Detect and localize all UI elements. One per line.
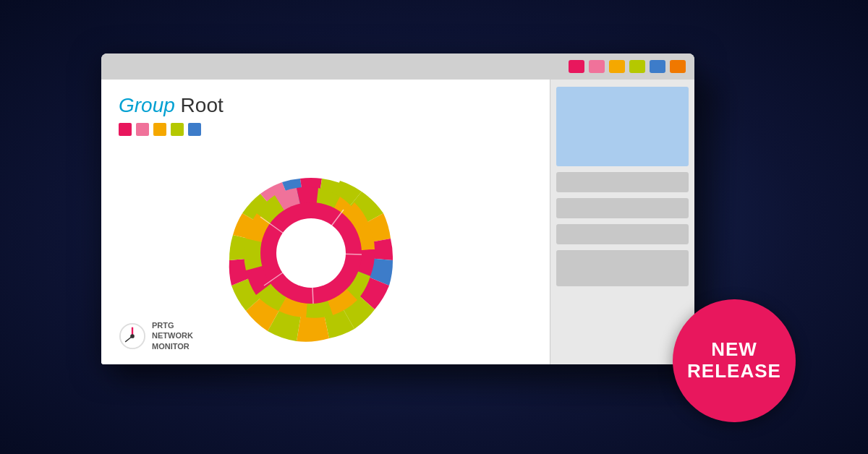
sunburst-chart [188,137,434,364]
new-release-text: NEW RELEASE [687,339,781,382]
prtg-logo: PRTGNETWORKMONITOR [119,320,193,351]
legend-dot-orange [153,123,166,136]
titlebar-dot-5 [650,60,665,73]
group-title-regular: Root [175,94,224,116]
chart-container [174,137,448,364]
titlebar-dot-1 [569,60,584,73]
right-block-blue [556,87,689,166]
legend-dot-pink [136,123,149,136]
legend-dots [119,123,532,136]
page-title: Group Root [119,94,532,117]
prtg-brand-text: PRTGNETWORKMONITOR [152,320,193,351]
title-bar [101,53,694,80]
legend-dot-blue [188,123,201,136]
titlebar-dot-6 [670,60,686,73]
right-panel [550,80,694,364]
left-panel: Group Root [101,80,550,364]
prtg-gauge-icon [119,322,146,350]
titlebar-dot-3 [609,60,625,73]
content-area: Group Root [101,80,694,364]
right-block-gray-3 [556,224,689,244]
group-title-italic: Group [119,94,175,116]
right-block-gray-4 [556,250,689,286]
right-block-gray-2 [556,198,689,218]
titlebar-dot-4 [629,60,645,73]
legend-dot-green [171,123,184,136]
titlebar-dot-2 [589,60,605,73]
svg-point-1 [130,334,135,338]
scene-wrapper: Group Root [101,53,767,401]
browser-window: Group Root [101,53,694,364]
right-block-gray-1 [556,172,689,192]
legend-dot-red [119,123,132,136]
new-release-badge: NEW RELEASE [673,299,796,422]
